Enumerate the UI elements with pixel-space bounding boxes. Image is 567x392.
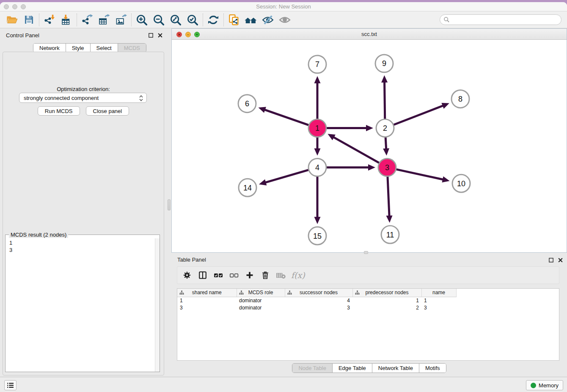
- vertical-splitter[interactable]: [167, 28, 171, 377]
- node-table-body: 1dominator4113dominator323: [177, 297, 456, 311]
- tab-network[interactable]: Network: [33, 44, 66, 52]
- zoom-fit-button[interactable]: [167, 13, 184, 27]
- table-cell[interactable]: 3: [177, 304, 237, 311]
- graph-node-label: 6: [245, 99, 249, 108]
- table-cell[interactable]: 1: [421, 297, 456, 304]
- graph-edge-3-1[interactable]: [333, 137, 380, 163]
- column-header-MCDS-role[interactable]: MCDS role: [237, 289, 285, 297]
- split-columns-button[interactable]: [196, 269, 209, 282]
- zoom-selected-button[interactable]: [184, 13, 201, 27]
- select-stepper-icon: [139, 95, 143, 103]
- tab-mcds[interactable]: MCDS: [118, 44, 146, 52]
- network-canvas[interactable]: 7968124314101511: [172, 40, 567, 252]
- close-panel-button[interactable]: [157, 32, 163, 39]
- table-row[interactable]: 3dominator323: [177, 304, 456, 311]
- export-table-button[interactable]: [96, 13, 113, 27]
- horizontal-splitter-grip[interactable]: [364, 251, 368, 254]
- function-builder-button[interactable]: f(x): [290, 271, 305, 280]
- duplicate-network-icon: [228, 14, 240, 26]
- graph-edge-2-3[interactable]: [385, 136, 386, 149]
- table-cell[interactable]: 1: [352, 297, 421, 304]
- graph-edge-2-9[interactable]: [385, 82, 385, 120]
- duplicate-network-button[interactable]: [226, 13, 242, 27]
- graph-edge-1-6[interactable]: [264, 110, 310, 125]
- refresh-button[interactable]: [205, 13, 222, 27]
- graph-edge-3-10[interactable]: [395, 169, 443, 179]
- tab-select[interactable]: Select: [91, 44, 118, 52]
- tab-network-table[interactable]: Network Table: [372, 364, 419, 373]
- criterion-select[interactable]: strongly connected component: [19, 93, 147, 103]
- column-header-predecessor-nodes[interactable]: predecessor nodes: [352, 289, 421, 297]
- table-cell[interactable]: 4: [285, 297, 352, 304]
- graph-edge-2-8[interactable]: [393, 105, 443, 125]
- mcds-result-text[interactable]: 1 3: [6, 238, 155, 372]
- graph-node-label: 11: [386, 231, 394, 239]
- delete-table-icon: [275, 270, 286, 281]
- memory-button[interactable]: Memory: [526, 380, 563, 390]
- tab-motifs[interactable]: Motifs: [419, 364, 446, 373]
- graph-edge-3-11[interactable]: [388, 175, 389, 216]
- float-panel-button[interactable]: [147, 32, 154, 39]
- tab-edge-table[interactable]: Edge Table: [333, 364, 372, 373]
- first-neighbors-button[interactable]: [242, 13, 259, 27]
- window-title: Session: New Session: [0, 3, 567, 10]
- zoom-in-icon: [135, 14, 148, 26]
- save-session-button[interactable]: [20, 13, 37, 27]
- show-all-button[interactable]: [276, 13, 293, 27]
- import-network-button[interactable]: [41, 13, 58, 27]
- table-panel-title: Table Panel: [177, 257, 206, 263]
- graph-node-label: 4: [315, 163, 319, 172]
- close-icon: [157, 33, 163, 38]
- graph-edge-arrowhead: [383, 148, 389, 155]
- node-table-container: shared nameMCDS rolesuccessor nodesprede…: [177, 288, 559, 361]
- attribute-type-icon: [239, 290, 244, 295]
- tab-node-table[interactable]: Node Table: [292, 364, 333, 373]
- splitter-grip[interactable]: [168, 199, 171, 210]
- network-frame-titlebar[interactable]: ✕ − + scc.txt: [172, 29, 567, 40]
- graph-edge-arrowhead: [381, 75, 388, 83]
- zoom-out-button[interactable]: [150, 13, 167, 27]
- column-header-name[interactable]: name: [421, 289, 456, 297]
- attribute-type-icon: [287, 290, 292, 295]
- table-close-panel-button[interactable]: [557, 257, 564, 263]
- graph-edge-arrowhead: [441, 103, 449, 109]
- graph-node-label: 8: [458, 95, 462, 103]
- show-log-button[interactable]: [4, 380, 17, 390]
- open-session-button[interactable]: [3, 13, 20, 27]
- graph-edge-arrowhead: [259, 179, 267, 185]
- deselect-all-checkboxes-button[interactable]: [228, 269, 240, 282]
- search-box: [440, 14, 561, 25]
- import-table-button[interactable]: [58, 13, 75, 27]
- tab-style[interactable]: Style: [66, 44, 91, 52]
- add-column-button[interactable]: [243, 269, 256, 282]
- zoom-in-button[interactable]: [133, 13, 150, 27]
- control-panel-tabs: Network Style Select MCDS: [33, 43, 146, 52]
- column-header-shared-name[interactable]: shared name: [177, 289, 237, 297]
- export-network-button[interactable]: [79, 13, 96, 27]
- table-cell[interactable]: dominator: [237, 304, 285, 311]
- graph-edge-arrowhead: [368, 164, 375, 171]
- network-frame: ✕ − + scc.txt 7968124314101511: [171, 28, 567, 253]
- main-toolbar: [0, 11, 567, 28]
- table-cell[interactable]: 3: [285, 304, 352, 311]
- export-image-button[interactable]: [113, 13, 129, 27]
- search-input[interactable]: [440, 14, 561, 25]
- close-panel-action-button[interactable]: Close panel: [86, 106, 129, 116]
- delete-column-button[interactable]: [259, 269, 272, 282]
- graph-edge-4-14[interactable]: [265, 170, 309, 183]
- table-cell[interactable]: dominator: [237, 297, 285, 304]
- table-row[interactable]: 1dominator411: [177, 297, 456, 304]
- select-all-checkboxes-button[interactable]: [212, 269, 225, 282]
- hide-selected-button[interactable]: [259, 13, 276, 27]
- mcds-result-scrollbar[interactable]: [155, 238, 160, 372]
- table-cell[interactable]: 3: [421, 304, 456, 311]
- delete-table-button[interactable]: [275, 269, 287, 282]
- table-float-panel-button[interactable]: [548, 257, 554, 263]
- mcds-result-group: MCDS result (2 nodes) 1 3: [5, 235, 160, 372]
- run-mcds-button[interactable]: Run MCDS: [38, 106, 80, 116]
- table-settings-button[interactable]: [181, 269, 193, 282]
- table-cell[interactable]: 1: [177, 297, 237, 304]
- column-header-successor-nodes[interactable]: successor nodes: [285, 289, 352, 297]
- table-cell[interactable]: 2: [352, 304, 421, 311]
- zoom-selected-icon: [186, 14, 199, 26]
